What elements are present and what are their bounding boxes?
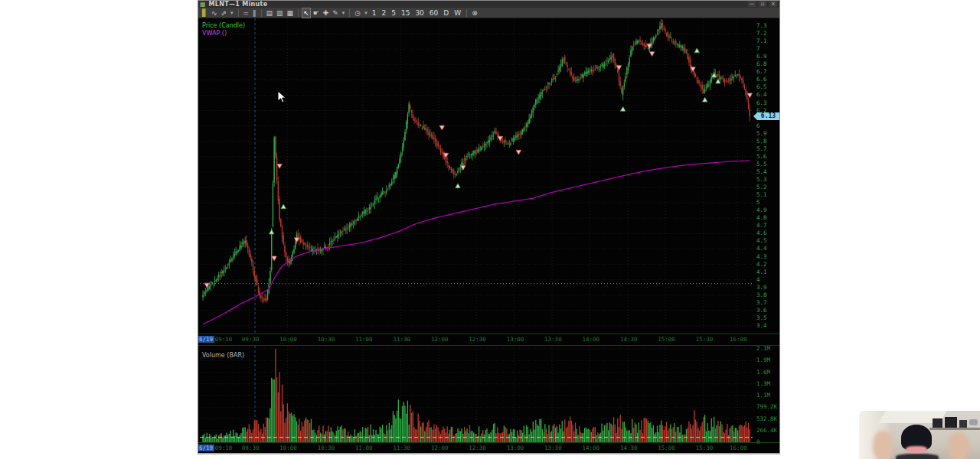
price-tick-label: 7.1 bbox=[756, 38, 767, 44]
timeframe-day-button[interactable]: D bbox=[442, 9, 450, 17]
interval-clock-icon[interactable]: ◷ bbox=[354, 8, 361, 18]
time-tick-label: 10:00 bbox=[279, 336, 297, 343]
panel-separator bbox=[198, 334, 779, 334]
price-tick-label: 7.3 bbox=[756, 23, 767, 29]
line-chart-icon[interactable]: ∿ bbox=[211, 8, 218, 18]
timeframe-15-button[interactable]: 15 bbox=[400, 9, 411, 17]
chart-area: Price (Candle) VWAP () 7.37.27.176.96.86… bbox=[198, 18, 779, 453]
time-tick-label: 14:30 bbox=[620, 336, 638, 343]
webcam-cap-brim bbox=[906, 446, 927, 453]
price-tick-label: 6.4 bbox=[756, 92, 767, 98]
webcam-shelf-item bbox=[945, 417, 957, 428]
sell-marker bbox=[439, 125, 444, 130]
time-tick-label: 11:30 bbox=[393, 336, 410, 343]
webcam-shelf bbox=[929, 428, 980, 430]
price-tick-label: 5.6 bbox=[756, 154, 767, 160]
vertical-grid-icon[interactable]: ‖ bbox=[252, 8, 257, 18]
time-axis-volume-panel: 6/1909:1009:3010:0010:3011:0011:3012:001… bbox=[200, 443, 754, 453]
time-tick-label: 14:00 bbox=[582, 444, 599, 451]
buy-marker bbox=[456, 184, 460, 188]
price-tick-label: 4.6 bbox=[756, 230, 767, 236]
volume-tick-label: 1.6M bbox=[756, 369, 770, 376]
price-tick-label: 6.8 bbox=[756, 61, 767, 67]
price-tick-label: 5.8 bbox=[756, 138, 767, 145]
layout-grid-icon-3[interactable]: ▦ bbox=[286, 8, 295, 18]
price-tick-label: 5.5 bbox=[756, 161, 767, 168]
draw-dropdown-icon[interactable]: ▾ bbox=[341, 8, 346, 18]
timeframe-5-button[interactable]: 5 bbox=[390, 9, 397, 17]
time-tick-label: 09:30 bbox=[242, 444, 260, 451]
volume-bar-chart[interactable] bbox=[200, 346, 754, 447]
window-titlebar[interactable]: ▦ MLNT—1 Minute — ▫ × bbox=[198, 1, 779, 8]
sell-marker bbox=[516, 150, 521, 155]
interval-dropdown-icon[interactable]: ▾ bbox=[364, 8, 368, 18]
timeframe-2-button[interactable]: 2 bbox=[380, 9, 387, 17]
time-tick-label: 09:30 bbox=[242, 336, 260, 343]
maximize-button[interactable]: ▫ bbox=[759, 1, 766, 7]
time-tick-label: 12:30 bbox=[469, 336, 486, 343]
time-tick-label: 12:30 bbox=[469, 444, 486, 451]
window-title: MLNT—1 Minute bbox=[209, 2, 268, 8]
candlestick-chart-icon[interactable]: ▋ bbox=[201, 8, 208, 18]
webcam-shelf-item bbox=[933, 418, 942, 428]
minimize-button[interactable]: — bbox=[748, 1, 756, 7]
chart-toolbar: ▋∿⇗▾=‖▤▥▦↖☛✚✎▾◷▾125153060DW⊗ bbox=[198, 8, 779, 18]
layout-grid-icon-2[interactable]: ▥ bbox=[276, 8, 284, 18]
webcam-shelf-item bbox=[959, 420, 967, 428]
time-axis-price-panel: 6/1909:1009:3010:0010:3011:0011:3012:001… bbox=[200, 334, 754, 344]
price-tick-label: 5.4 bbox=[756, 169, 767, 175]
last-price-value: 6.13 bbox=[757, 112, 779, 120]
window-controls: — ▫ × bbox=[748, 1, 777, 7]
close-button[interactable]: × bbox=[769, 1, 777, 7]
price-tick-label: 4.2 bbox=[756, 262, 767, 268]
horizontal-grid-icon[interactable]: = bbox=[243, 8, 250, 18]
price-tick-label: 6.3 bbox=[756, 100, 767, 106]
time-tick-label: 15:00 bbox=[658, 444, 675, 451]
price-tick-label: 7 bbox=[756, 46, 760, 52]
time-tick-label: 09:10 bbox=[215, 444, 233, 451]
time-tick-label: 13:30 bbox=[544, 336, 562, 343]
time-tick-label: 15:30 bbox=[696, 444, 714, 451]
time-tick-label: 16:00 bbox=[730, 336, 747, 343]
layout-grid-icon-1[interactable]: ▤ bbox=[266, 8, 274, 18]
webcam-shoulders bbox=[896, 454, 939, 459]
price-tick-label: 4.3 bbox=[756, 254, 767, 260]
date-label: 6/19 bbox=[198, 336, 214, 343]
crosshair-tool-icon[interactable]: ✚ bbox=[322, 8, 330, 18]
buy-marker bbox=[716, 79, 720, 83]
time-tick-label: 10:00 bbox=[279, 444, 297, 451]
timeframe-60-button[interactable]: 60 bbox=[428, 9, 439, 17]
toolbar-separator bbox=[238, 9, 239, 17]
time-tick-label: 09:10 bbox=[215, 336, 233, 343]
sell-marker bbox=[272, 256, 276, 261]
buy-marker bbox=[620, 106, 625, 111]
draw-tool-icon[interactable]: ✎ bbox=[332, 8, 339, 18]
price-tick-label: 7.2 bbox=[756, 31, 767, 37]
close-chart-icon[interactable]: ⊗ bbox=[471, 8, 479, 18]
price-tick-label: 6.6 bbox=[756, 76, 767, 83]
time-tick-label: 13:00 bbox=[507, 336, 524, 343]
time-tick-label: 14:00 bbox=[582, 336, 599, 343]
price-tick-label: 5.7 bbox=[756, 146, 767, 152]
volume-tick-label: 266.4K bbox=[756, 428, 777, 434]
indicators-icon[interactable]: ⇗ bbox=[220, 8, 227, 18]
price-tick-label: 3.4 bbox=[756, 323, 767, 329]
price-candlestick-chart[interactable] bbox=[200, 18, 754, 334]
webcam-overlay bbox=[859, 411, 980, 459]
volume-tick-label: 1.1M bbox=[756, 392, 770, 399]
price-tick-label: 3.7 bbox=[756, 300, 767, 306]
price-tick-label: 5.9 bbox=[756, 131, 767, 137]
buy-marker bbox=[270, 230, 274, 234]
pan-tool-icon[interactable]: ☛ bbox=[312, 8, 320, 18]
volume-tick-label: 799.2K bbox=[756, 404, 777, 410]
price-tick-label: 3.9 bbox=[756, 285, 767, 291]
price-tick-label: 6 bbox=[756, 123, 760, 129]
timeframe-30-button[interactable]: 30 bbox=[413, 9, 425, 17]
chart-style-dropdown-icon[interactable]: ▾ bbox=[230, 8, 234, 18]
price-tick-label: 3.6 bbox=[756, 308, 767, 314]
timeframe-1-button[interactable]: 1 bbox=[371, 9, 378, 17]
time-tick-label: 10:30 bbox=[318, 336, 335, 343]
time-tick-label: 11:00 bbox=[355, 336, 373, 343]
cursor-tool-icon[interactable]: ↖ bbox=[302, 8, 310, 18]
timeframe-week-button[interactable]: W bbox=[452, 9, 462, 17]
